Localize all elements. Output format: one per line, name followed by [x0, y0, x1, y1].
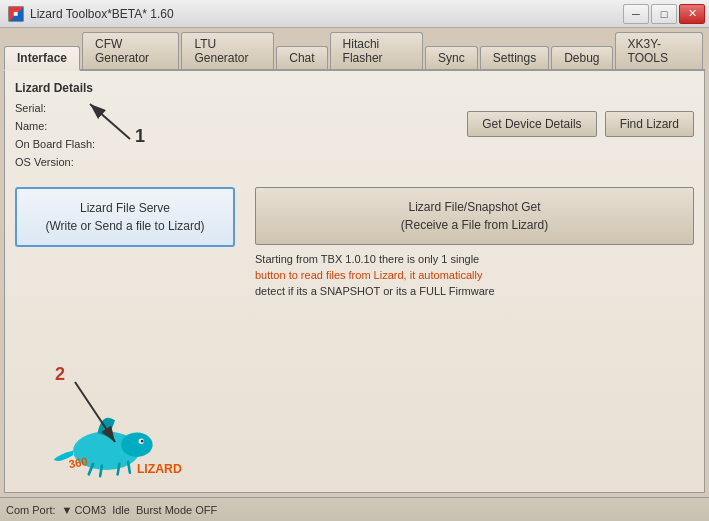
file-snapshot-label2: (Receive a File from Lizard) [264, 216, 685, 234]
svg-text:LIZARD: LIZARD [137, 462, 182, 476]
file-snapshot-col: Lizard File/Snapshot Get (Receive a File… [255, 187, 694, 299]
tab-bar: Interface CFW Generator LTU Generator Ch… [4, 32, 705, 71]
tab-cfw-generator[interactable]: CFW Generator [82, 32, 179, 69]
name-label: Name: [15, 120, 47, 132]
com-port-value: COM3 [74, 504, 106, 516]
tab-xk3y-tools[interactable]: XK3Y-TOOLS [615, 32, 703, 69]
minimize-button[interactable]: ─ [623, 4, 649, 24]
tab-chat[interactable]: Chat [276, 46, 327, 69]
device-section: Lizard Details Serial: Name: On Board Fl… [15, 81, 694, 171]
info-text: Starting from TBX 1.0.10 there is only 1… [255, 251, 694, 299]
info-line2: button to read files from Lizard, it aut… [255, 269, 482, 281]
app-icon: ■ [8, 6, 24, 22]
main-content: Interface CFW Generator LTU Generator Ch… [0, 28, 709, 497]
tab-interface[interactable]: Interface [4, 46, 80, 71]
onboard-flash-row: On Board Flash: [15, 135, 245, 153]
file-serve-button[interactable]: Lizard File Serve (Write or Send a file … [15, 187, 235, 247]
file-section: Lizard File Serve (Write or Send a file … [15, 187, 694, 299]
title-text: Lizard Toolbox*BETA* 1.60 [30, 7, 174, 21]
title-bar-left: ■ Lizard Toolbox*BETA* 1.60 [8, 6, 174, 22]
find-lizard-button[interactable]: Find Lizard [605, 111, 694, 137]
info-line1: Starting from TBX 1.0.10 there is only 1… [255, 253, 479, 265]
window-controls: ─ □ ✕ [623, 4, 705, 24]
status-text: Idle [112, 504, 130, 516]
os-version-row: OS Version: [15, 153, 245, 171]
svg-point-7 [121, 432, 153, 457]
onboard-flash-label: On Board Flash: [15, 138, 95, 150]
tab-sync[interactable]: Sync [425, 46, 478, 69]
serial-label: Serial: [15, 102, 46, 114]
tab-hitachi-flasher[interactable]: Hitachi Flasher [330, 32, 424, 69]
file-serve-col: Lizard File Serve (Write or Send a file … [15, 187, 245, 247]
svg-text:360: 360 [68, 455, 89, 470]
tab-debug[interactable]: Debug [551, 46, 612, 69]
device-heading: Lizard Details [15, 81, 245, 95]
close-button[interactable]: ✕ [679, 4, 705, 24]
com-port-label: Com Port: [6, 504, 56, 516]
file-serve-label2: (Write or Send a file to Lizard) [25, 217, 225, 235]
title-bar: ■ Lizard Toolbox*BETA* 1.60 ─ □ ✕ [0, 0, 709, 28]
device-buttons: Get Device Details Find Lizard [255, 81, 694, 171]
file-snapshot-label1: Lizard File/Snapshot Get [264, 198, 685, 216]
interface-panel: Lizard Details Serial: Name: On Board Fl… [4, 71, 705, 493]
serial-row: Serial: [15, 99, 245, 117]
device-info: Lizard Details Serial: Name: On Board Fl… [15, 81, 245, 171]
burst-mode-text: Burst Mode OFF [136, 504, 217, 516]
device-action-buttons: Get Device Details Find Lizard [467, 111, 694, 137]
svg-text:2: 2 [55, 364, 65, 384]
tab-settings[interactable]: Settings [480, 46, 549, 69]
logo-section: 2 360 LIZARD [15, 307, 694, 482]
dropdown-icon[interactable]: ▼ [62, 504, 73, 516]
maximize-button[interactable]: □ [651, 4, 677, 24]
file-serve-label1: Lizard File Serve [25, 199, 225, 217]
logo: 360 LIZARD [45, 402, 185, 482]
tab-ltu-generator[interactable]: LTU Generator [181, 32, 274, 69]
status-bar: Com Port: ▼ COM3 Idle Burst Mode OFF [0, 497, 709, 521]
name-row: Name: [15, 117, 245, 135]
get-device-details-button[interactable]: Get Device Details [467, 111, 596, 137]
info-line3: detect if its a SNAPSHOT or its a FULL F… [255, 285, 495, 297]
svg-point-9 [141, 440, 144, 443]
com-port-select[interactable]: ▼ COM3 [62, 504, 107, 516]
file-snapshot-button[interactable]: Lizard File/Snapshot Get (Receive a File… [255, 187, 694, 245]
os-version-label: OS Version: [15, 156, 74, 168]
